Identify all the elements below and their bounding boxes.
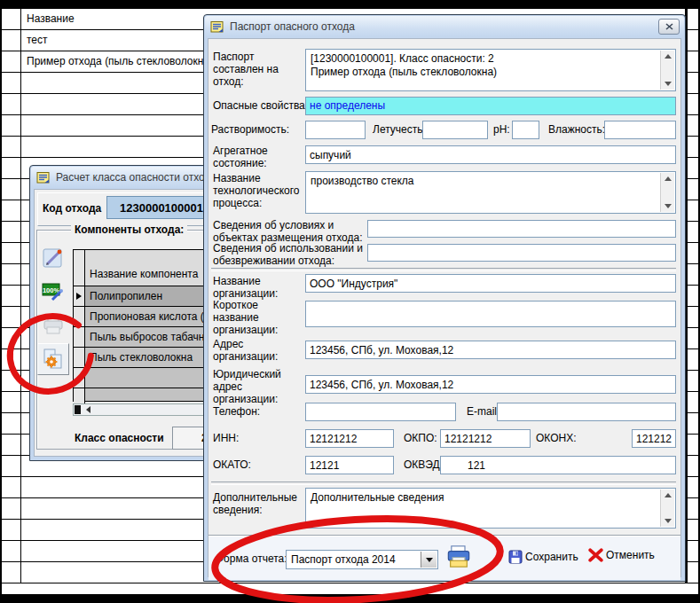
okonh-input[interactable] bbox=[632, 429, 676, 448]
report-form-combobox[interactable]: Паспорт отхода 2014 bbox=[286, 550, 438, 569]
note-icon bbox=[210, 20, 224, 34]
solubility-label: Растворимость: bbox=[211, 123, 289, 136]
dialog-footer: Форма отчета: Паспорт отхода 2014 bbox=[208, 535, 680, 580]
field-scrollbar[interactable] bbox=[660, 489, 674, 527]
edit-pencil-icon bbox=[42, 247, 65, 270]
passport-dialog-titlebar[interactable]: Паспорт опасного отхода bbox=[205, 16, 684, 37]
save-label: Сохранить bbox=[525, 551, 578, 563]
save-button[interactable]: Сохранить bbox=[508, 550, 578, 564]
printer-icon bbox=[42, 315, 65, 336]
hazard-class-label: Класс опасности bbox=[75, 432, 164, 444]
email-input[interactable] bbox=[497, 403, 676, 421]
process-label: Название технологического процесса: bbox=[213, 172, 305, 209]
cancel-x-icon bbox=[588, 548, 603, 562]
org-legal-input[interactable] bbox=[305, 375, 676, 394]
org-name-label: Название организации: bbox=[213, 275, 302, 300]
humidity-input[interactable] bbox=[604, 121, 676, 139]
phone-label: Телефон: bbox=[213, 405, 260, 418]
scroll-down-icon[interactable] bbox=[665, 82, 672, 86]
hazard-props-field[interactable]: не определены bbox=[305, 97, 676, 115]
solubility-input[interactable] bbox=[305, 121, 366, 139]
okato-label: ОКАТО: bbox=[213, 458, 251, 471]
cancel-label: Отменить bbox=[606, 549, 655, 561]
current-row-marker-icon bbox=[76, 293, 82, 300]
scroll-down-icon[interactable] bbox=[665, 204, 672, 208]
print-components-button[interactable] bbox=[39, 311, 67, 340]
close-button[interactable] bbox=[658, 19, 680, 35]
okved-input[interactable] bbox=[440, 456, 676, 474]
printer-icon bbox=[446, 544, 471, 568]
org-short-label: Короткое название организации: bbox=[213, 299, 302, 336]
cancel-button[interactable]: Отменить bbox=[588, 548, 655, 562]
placement-input[interactable] bbox=[367, 220, 676, 238]
copy-passport-button[interactable] bbox=[37, 343, 69, 375]
org-address-input[interactable] bbox=[305, 341, 676, 359]
scroll-up-icon[interactable] bbox=[665, 493, 672, 497]
print-report-button[interactable] bbox=[446, 544, 471, 568]
org-short-input[interactable] bbox=[305, 301, 676, 327]
scroll-left-icon[interactable] bbox=[86, 406, 90, 413]
humidity-label: Влажность: bbox=[548, 123, 605, 136]
scroll-up-icon[interactable] bbox=[665, 176, 672, 181]
org-name-input[interactable] bbox=[305, 274, 676, 293]
report-form-label: Форма отчета: bbox=[216, 552, 287, 565]
components-group-label: Компоненты отхода: bbox=[71, 223, 187, 236]
ph-label: pH: bbox=[493, 123, 510, 136]
volatility-label: Летучесть: bbox=[373, 123, 426, 136]
row-selector-column bbox=[2, 9, 21, 29]
report-form-value: Паспорт отхода 2014 bbox=[291, 553, 396, 566]
okpo-label: ОКПО: bbox=[404, 432, 437, 444]
copy-documents-gear-icon bbox=[42, 348, 65, 371]
waste-code-label: Код отхода bbox=[43, 202, 101, 215]
okonh-label: ОКОНХ: bbox=[536, 432, 577, 444]
inn-input[interactable] bbox=[305, 429, 394, 448]
process-field[interactable]: производство стекла bbox=[305, 171, 676, 214]
okved-label: ОКВЭД: bbox=[404, 458, 443, 471]
field-scrollbar[interactable] bbox=[660, 173, 674, 212]
hazard-props-label: Опасные свойства: bbox=[213, 99, 308, 112]
note-icon bbox=[36, 171, 51, 184]
passport-dialog: Паспорт опасного отхода Паспорт составле… bbox=[203, 14, 686, 582]
separator bbox=[211, 268, 676, 271]
email-label: E-mail: bbox=[467, 405, 499, 418]
table-right-column bbox=[688, 9, 698, 29]
scroll-down-icon[interactable] bbox=[665, 519, 672, 523]
inn-label: ИНН: bbox=[213, 432, 239, 444]
neutralization-input[interactable] bbox=[367, 244, 676, 262]
100-percent-calc-icon: 100% bbox=[42, 280, 65, 303]
scroll-up-icon[interactable] bbox=[665, 54, 672, 59]
svg-text:100%: 100% bbox=[43, 286, 60, 294]
close-icon bbox=[665, 23, 673, 30]
separator bbox=[211, 482, 676, 485]
additional-label: Дополнительные сведения: bbox=[213, 491, 305, 516]
save-floppy-icon bbox=[508, 550, 523, 564]
scrollbar-thumb[interactable] bbox=[75, 405, 81, 414]
neutralization-label: Сведения об использовании и обезвреживан… bbox=[213, 242, 366, 267]
placement-label: Сведения об условиях и объектах размещен… bbox=[213, 219, 366, 244]
ph-input[interactable] bbox=[512, 121, 539, 139]
calc-window-title: Расчет класса опасности отхода bbox=[56, 171, 216, 184]
edit-component-button[interactable] bbox=[39, 244, 67, 272]
phone-input[interactable] bbox=[305, 403, 456, 421]
field-scrollbar[interactable] bbox=[660, 51, 674, 90]
chevron-down-icon bbox=[426, 558, 433, 562]
passport-for-label: Паспорт составлен на отход: bbox=[213, 51, 302, 88]
combo-dropdown-button[interactable] bbox=[421, 552, 437, 568]
application-screen: Название тест Пример отхода (пыль стекло… bbox=[0, 0, 700, 603]
org-address-label: Адрес организации: bbox=[213, 338, 302, 363]
okato-input[interactable] bbox=[305, 456, 394, 474]
org-legal-label: Юридический адрес организации: bbox=[213, 368, 302, 405]
passport-for-field[interactable]: [1230000100001]. Класс опасности: 2 Прим… bbox=[305, 49, 676, 91]
passport-dialog-title: Паспорт опасного отхода bbox=[230, 20, 355, 33]
additional-field[interactable]: Дополнительные сведения bbox=[305, 488, 676, 529]
okpo-input[interactable] bbox=[440, 429, 531, 448]
volatility-input[interactable] bbox=[422, 121, 488, 139]
calculate-percent-button[interactable]: 100% bbox=[39, 278, 67, 306]
aggregate-label: Агрегатное состояние: bbox=[213, 145, 302, 169]
aggregate-input[interactable] bbox=[305, 145, 676, 164]
